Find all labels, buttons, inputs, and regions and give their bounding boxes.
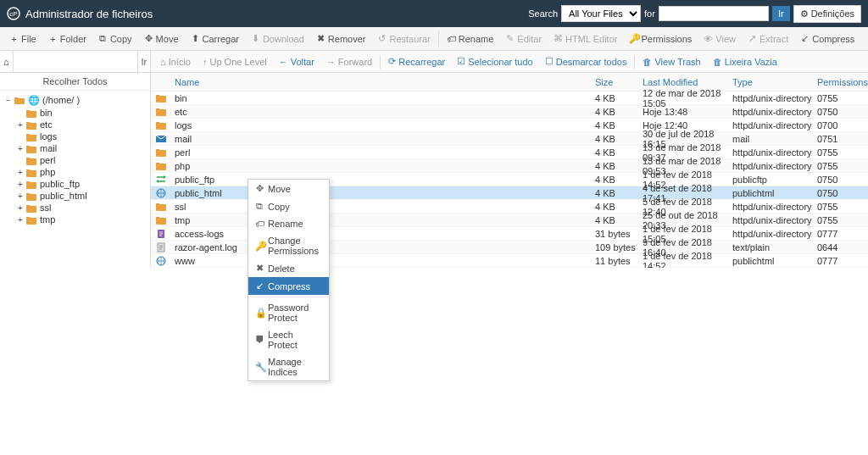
settings-button[interactable]: ⚙ Definições [793,5,861,23]
row-type: httpd/unix-directory [732,120,817,130]
col-name[interactable]: Name [171,77,595,87]
row-type: publichtml [732,256,817,266]
remove-icon: ✖ [316,33,326,44]
back-icon: ← [279,57,288,67]
folder-icon [25,214,37,225]
tree-item[interactable]: +tmp [2,214,148,225]
nav-view-trash[interactable]: 🗑View Trash [637,55,706,69]
toggle-icon[interactable]: + [15,120,25,130]
table-row[interactable]: bin 4 KB 12 de mar de 2018 15:05 httpd/u… [151,92,868,105]
col-size[interactable]: Size [595,77,643,87]
minus-icon[interactable]: − [3,96,14,105]
reload-icon: ⟳ [388,56,396,67]
tree-label: public_ftp [40,179,80,189]
path-input[interactable] [14,52,137,72]
nav-toolbar: ⌂Início ↑Up One Level ←Voltar →Forward ⟳… [151,51,868,73]
tree-item[interactable]: +etc [2,119,148,130]
tree-label: public_html [40,191,87,201]
tree-item[interactable]: perl [2,154,148,166]
row-permissions: 0755 [817,202,868,212]
row-name: php [171,161,595,171]
tree-label: tmp [40,214,55,225]
remove-button[interactable]: ✖Remover [310,30,372,47]
tree-item[interactable]: logs [2,130,148,142]
tree-item[interactable]: +public_ftp [2,178,148,190]
row-icon [151,215,171,225]
row-name: ssl [171,202,595,212]
path-go-button[interactable]: Ir [137,51,151,73]
row-icon [151,161,171,170]
nav-up[interactable]: ↑Up One Level [197,55,273,69]
ctx-copy[interactable]: ⧉Copy [248,197,329,215]
tree-label: php [40,167,55,177]
forward-icon: → [326,57,336,67]
tree-item[interactable]: +mail [2,142,148,154]
row-permissions: 0777 [817,229,868,239]
collapse-all-button[interactable]: Recolher Todos [0,73,150,91]
table-row[interactable]: perl 4 KB 13 de mar de 2018 09:37 httpd/… [151,146,868,159]
file-button[interactable]: +File [3,31,42,47]
row-size: 4 KB [595,120,643,130]
row-permissions: 0755 [817,161,868,171]
ctx-change-permissions[interactable]: 🔑Change Permissions [248,232,329,259]
copy-button[interactable]: ⧉Copy [92,30,138,47]
toggle-icon[interactable]: + [15,180,25,189]
nav-unselect-all[interactable]: ☐Desmarcar todos [539,54,633,69]
copy-icon: ⧉ [98,33,108,44]
nav-reload[interactable]: ⟳Recarregar [382,54,451,69]
search-go-button[interactable]: Ir [772,6,790,21]
nav-forward[interactable]: →Forward [320,55,378,69]
toggle-icon[interactable]: + [15,191,25,201]
search-label: Search [528,8,558,19]
ctx-delete[interactable]: ✖Delete [248,259,329,268]
row-size: 4 KB [595,107,643,117]
toggle-icon[interactable]: + [15,203,25,213]
folder-button[interactable]: +Folder [42,31,92,47]
row-modified: Hoje 13:48 [643,107,732,117]
tree-item[interactable]: +public_html [2,190,148,202]
search-scope-select[interactable]: All Your Files [561,5,641,22]
rename-button[interactable]: 🏷Rename [441,31,500,47]
row-icon [151,134,171,143]
table-row[interactable]: php 4 KB 13 de mar de 2018 09:53 httpd/u… [151,159,868,173]
col-type[interactable]: Type [732,77,817,87]
home-button[interactable]: ⌂ [0,51,14,73]
table-row[interactable]: etc 4 KB Hoje 13:48 httpd/unix-directory… [151,105,868,119]
sidebar: ⌂ Ir Recolher Todos − 🌐 (/home/ ) bin+et… [0,51,151,268]
svg-text:cP: cP [9,10,17,18]
ctx-move[interactable]: ✥Move [248,180,329,197]
row-icon [151,93,171,103]
tree-item[interactable]: +ssl [2,202,148,214]
toggle-icon[interactable]: + [15,168,25,177]
toggle-icon[interactable]: + [15,215,25,225]
nav-back[interactable]: ←Voltar [273,55,320,69]
toggle-icon[interactable]: + [15,144,25,153]
move-button[interactable]: ✥Move [138,30,185,47]
col-permissions[interactable]: Permissions [817,77,868,87]
row-icon [151,120,171,130]
table-row[interactable]: mail 4 KB 30 de jul de 2018 16:15 mail 0… [151,132,868,146]
search-input[interactable] [659,6,769,21]
tree-root[interactable]: − 🌐 (/home/ ) [2,94,148,107]
html-editor-button[interactable]: ⌘HTML Editor [548,30,623,47]
edit-button[interactable]: ✎Editar [499,30,548,47]
nav-select-all[interactable]: ☑Selecionar tudo [451,54,538,69]
ctx-rename[interactable]: 🏷Rename [248,215,329,232]
nav-empty-trash[interactable]: 🗑Lixeira Vazia [707,55,783,69]
col-modified[interactable]: Last Modified [643,77,732,87]
table-row[interactable]: logs 4 KB Hoje 12:40 httpd/unix-director… [151,119,868,132]
view-button[interactable]: 👁View [698,31,742,47]
context-menu: ✥Move ⧉Copy 🏷Rename 🔑Change Permissions … [248,179,330,268]
nav-home[interactable]: ⌂Início [154,55,197,69]
compress-icon: ↙ [800,33,810,44]
tree-item[interactable]: +php [2,166,148,178]
download-button[interactable]: ⬇Download [245,30,310,47]
row-size: 4 KB [595,215,643,225]
row-name: access-logs [171,229,595,239]
extract-button[interactable]: ↗Extract [742,30,794,47]
compress-button[interactable]: ↙Compress [794,30,860,47]
restore-button[interactable]: ↺Restaurar [371,30,436,47]
upload-button[interactable]: ⬆Carregar [185,30,245,47]
tree-item[interactable]: bin [2,107,148,119]
permissions-button[interactable]: 🔑Permissions [623,30,698,47]
